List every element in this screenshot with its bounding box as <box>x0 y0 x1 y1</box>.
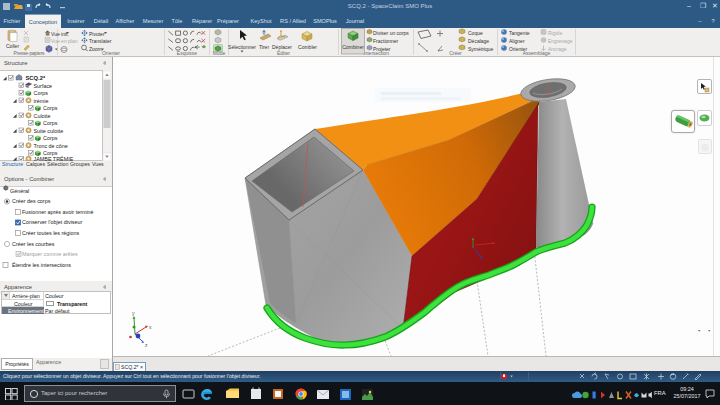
svg-text:Tronc de cône: Tronc de cône <box>34 143 68 149</box>
svg-text:Corps: Corps <box>43 135 58 141</box>
svg-text:SCQ.2*: SCQ.2* <box>26 75 46 81</box>
svg-text:y: y <box>132 310 135 316</box>
svg-text:Culotte: Culotte <box>34 113 51 119</box>
svg-text:trémie: trémie <box>34 98 49 104</box>
svg-text:Corps: Corps <box>34 90 49 96</box>
svg-text:Suite culotte: Suite culotte <box>34 128 64 134</box>
svg-text:z: z <box>145 342 148 348</box>
svg-text:x: x <box>149 324 152 330</box>
svg-text:Corps: Corps <box>43 105 58 111</box>
svg-text:Corps: Corps <box>43 120 58 126</box>
svg-text:Surface: Surface <box>34 83 53 89</box>
